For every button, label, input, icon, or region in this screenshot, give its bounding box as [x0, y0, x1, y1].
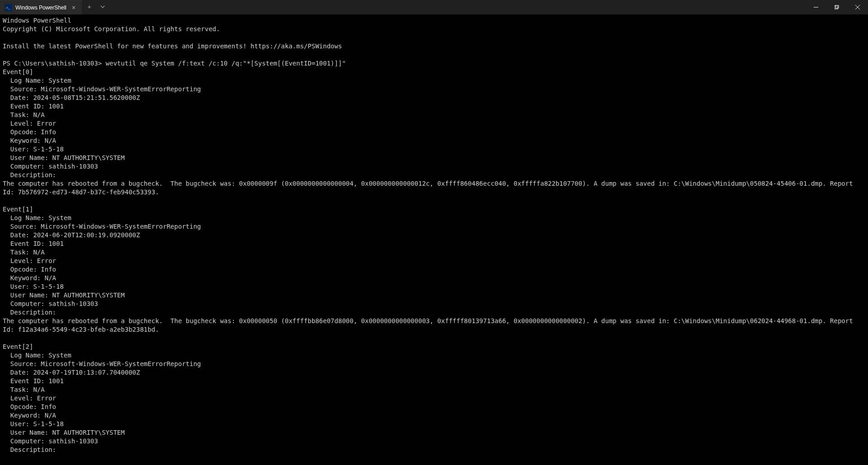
event-header: Event[0] [3, 68, 33, 75]
event-field: Opcode: Info [3, 266, 56, 273]
event-field: User Name: NT AUTHORITY\SYSTEM [3, 429, 125, 436]
event-field: Computer: sathish-10303 [3, 300, 98, 307]
event-description: The computer has rebooted from a bugchec… [3, 180, 857, 196]
event-field: Event ID: 1001 [3, 377, 64, 385]
event-field: Description: [3, 171, 60, 178]
event-field: Event ID: 1001 [3, 103, 64, 110]
event-field: Opcode: Info [3, 128, 56, 136]
event-field: Event ID: 1001 [3, 240, 64, 247]
event-field: User Name: NT AUTHORITY\SYSTEM [3, 154, 125, 161]
header-line2: Copyright (C) Microsoft Corporation. All… [3, 25, 220, 33]
prompt: PS C:\Users\sathish-10303> [3, 60, 106, 67]
event-field: User: S-1-5-18 [3, 146, 64, 153]
event-field: Keyword: N/A [3, 137, 56, 144]
minimize-button[interactable] [806, 0, 826, 14]
tab-dropdown-button[interactable] [97, 5, 109, 10]
install-message: Install the latest PowerShell for new fe… [3, 42, 342, 50]
event-field: Keyword: N/A [3, 274, 56, 282]
event-field: Keyword: N/A [3, 412, 56, 419]
terminal-output[interactable]: Windows PowerShell Copyright (C) Microso… [0, 14, 868, 465]
event-field: Computer: sathish-10303 [3, 437, 98, 445]
event-field: Log Name: System [3, 214, 71, 221]
event-field: Description: [3, 446, 60, 453]
event-field: Level: Error [3, 257, 56, 264]
tab-powershell[interactable]: >_ Windows PowerShell ✕ [0, 0, 82, 14]
event-description: The computer has rebooted from a bugchec… [3, 317, 857, 333]
event-field: Source: Microsoft-Windows-WER-SystemErro… [3, 85, 201, 93]
powershell-icon: >_ [5, 4, 12, 11]
event-field: Level: Error [3, 120, 56, 127]
event-field: Computer: sathish-10303 [3, 163, 98, 170]
close-button[interactable] [847, 0, 868, 14]
event-field: Source: Microsoft-Windows-WER-SystemErro… [3, 360, 201, 367]
svg-text:>_: >_ [6, 5, 10, 10]
tab-title: Windows PowerShell [15, 5, 66, 11]
event-field: Task: N/A [3, 386, 45, 393]
event-field: User: S-1-5-18 [3, 420, 64, 427]
event-field: Opcode: Info [3, 403, 56, 410]
svg-rect-3 [835, 6, 838, 9]
event-field: User Name: NT AUTHORITY\SYSTEM [3, 291, 125, 299]
new-tab-button[interactable]: + [82, 4, 96, 11]
event-field: Date: 2024-06-20T12:00:19.0920000Z [3, 231, 140, 239]
event-header: Event[1] [3, 206, 33, 213]
event-header: Event[2] [3, 343, 33, 350]
tab-close-button[interactable]: ✕ [70, 4, 77, 11]
maximize-button[interactable] [826, 0, 847, 14]
event-field: Log Name: System [3, 77, 71, 84]
event-field: Date: 2024-05-08T15:21:51.5620000Z [3, 94, 140, 101]
event-field: Log Name: System [3, 352, 71, 359]
event-field: Task: N/A [3, 249, 45, 256]
event-field: Description: [3, 309, 60, 316]
event-field: Level: Error [3, 395, 56, 402]
window-controls [806, 0, 868, 14]
event-field: Task: N/A [3, 111, 45, 118]
event-field: Date: 2024-07-19T10:13:07.7040000Z [3, 369, 140, 376]
svg-rect-4 [835, 5, 839, 8]
title-bar: >_ Windows PowerShell ✕ + [0, 0, 868, 14]
event-field: Source: Microsoft-Windows-WER-SystemErro… [3, 223, 201, 230]
header-line1: Windows PowerShell [3, 17, 71, 24]
command: wevtutil qe System /f:text /c:10 /q:"*[S… [106, 60, 346, 67]
event-field: User: S-1-5-18 [3, 283, 64, 290]
